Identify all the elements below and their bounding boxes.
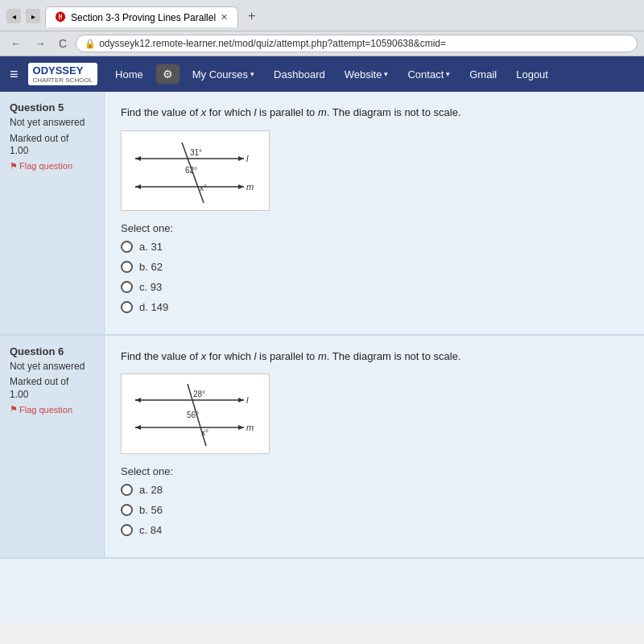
question-5-option-a[interactable]: a. 31	[121, 241, 628, 253]
nav-home[interactable]: Home	[109, 56, 150, 92]
radio-circle	[121, 261, 133, 273]
svg-text:l: l	[246, 154, 249, 163]
tab-icon: 🅜	[56, 11, 66, 23]
svg-marker-1	[238, 156, 244, 161]
nav-website[interactable]: Website ▾	[338, 56, 395, 92]
nav-back-btn[interactable]: ←	[6, 35, 26, 52]
lock-icon: 🔒	[85, 39, 96, 49]
svg-text:x°: x°	[201, 428, 208, 437]
svg-text:x°: x°	[200, 184, 207, 192]
question-6-sidebar: Question 6 Not yet answered Marked out o…	[0, 336, 105, 558]
svg-text:56°: 56°	[187, 411, 199, 419]
logo-text: ODYSSEY	[33, 64, 93, 76]
question-6-option-b[interactable]: b. 56	[121, 504, 628, 516]
nav-forward-btn[interactable]: →	[31, 35, 50, 52]
svg-text:l: l	[246, 395, 249, 405]
svg-text:62°: 62°	[185, 166, 197, 175]
question-6-marked: Marked out of 1.00	[10, 376, 94, 401]
question-5-status: Not yet answered	[10, 117, 94, 130]
contact-chevron: ▾	[446, 70, 450, 78]
flag-icon-6: ⚑	[10, 404, 18, 415]
url-text: odysseyk12.remote-learner.net/mod/quiz/a…	[99, 38, 446, 49]
nav-settings-icon[interactable]: ⚙	[156, 64, 180, 84]
radio-circle	[121, 504, 133, 516]
question-5-block: Question 5 Not yet answered Marked out o…	[0, 92, 644, 336]
radio-circle	[121, 484, 133, 496]
address-bar: ← → C 🔒 odysseyk12.remote-learner.net/mo…	[0, 31, 644, 56]
browser-tab[interactable]: 🅜 Section 3-3 Proving Lines Parallel ✕	[45, 6, 238, 27]
question-5-option-d[interactable]: d. 149	[121, 301, 628, 313]
nav-contact[interactable]: Contact ▾	[401, 56, 456, 92]
tab-title: Section 3-3 Proving Lines Parallel	[71, 12, 216, 23]
question-5-option-b[interactable]: b. 62	[121, 261, 628, 273]
svg-marker-15	[238, 398, 244, 402]
website-chevron: ▾	[384, 70, 388, 78]
nav-logout[interactable]: Logout	[510, 56, 555, 92]
question-6-select-label: Select one:	[121, 465, 628, 477]
question-5-marked: Marked out of 1.00	[10, 133, 94, 158]
radio-label: b. 62	[139, 261, 163, 273]
nav-logo: ODYSSEY CHARTER SCHOOL	[28, 63, 98, 85]
nav-my-courses[interactable]: My Courses ▾	[186, 56, 261, 92]
question-5-select-label: Select one:	[121, 222, 628, 234]
question-5-main: Find the value of x for which l is paral…	[105, 92, 644, 334]
question-6-option-c[interactable]: c. 84	[121, 524, 628, 536]
browser-back-btn[interactable]: ◂	[6, 9, 21, 23]
url-box[interactable]: 🔒 odysseyk12.remote-learner.net/mod/quiz…	[76, 35, 638, 52]
logo-sub: CHARTER SCHOOL	[33, 76, 93, 84]
svg-text:31°: 31°	[190, 148, 202, 157]
svg-marker-26	[135, 425, 141, 430]
svg-text:m: m	[246, 182, 254, 192]
svg-marker-3	[135, 156, 141, 161]
radio-label: c. 93	[139, 281, 162, 293]
question-5-svg: l 31° 62° x° m	[127, 134, 264, 207]
browser-forward-btn[interactable]: ▸	[26, 9, 40, 23]
question-5-flag[interactable]: ⚑ Flag question	[10, 161, 94, 171]
question-5-text: Find the value of x for which l is paral…	[121, 105, 628, 121]
question-6-flag[interactable]: ⚑ Flag question	[10, 404, 94, 415]
question-6-main: Find the value of x for which l is paral…	[105, 336, 644, 558]
question-6-block: Question 6 Not yet answered Marked out o…	[0, 336, 644, 559]
nav-gmail[interactable]: Gmail	[463, 56, 503, 92]
question-6-diagram: l 28° 56° x° m	[121, 374, 270, 454]
nav-refresh-btn[interactable]: C	[55, 35, 71, 52]
radio-circle	[121, 301, 133, 313]
radio-label: a. 28	[139, 484, 163, 496]
question-6-number: Question 6	[10, 345, 94, 357]
svg-marker-10	[238, 184, 244, 189]
svg-marker-17	[135, 398, 141, 402]
radio-label: d. 149	[139, 301, 168, 313]
hamburger-icon[interactable]: ≡	[10, 66, 19, 83]
svg-text:28°: 28°	[193, 390, 205, 398]
radio-label: c. 84	[139, 524, 162, 536]
radio-circle	[121, 281, 133, 293]
content-area: Question 5 Not yet answered Marked out o…	[0, 92, 644, 623]
my-courses-chevron: ▾	[250, 70, 254, 78]
question-6-text: Find the value of x for which l is paral…	[121, 349, 628, 365]
radio-circle	[121, 524, 133, 536]
question-5-diagram: l 31° 62° x° m	[121, 130, 270, 211]
svg-marker-12	[135, 184, 141, 189]
nav-bar: ≡ ODYSSEY CHARTER SCHOOL Home ⚙ My Cours…	[0, 56, 644, 92]
radio-label: b. 56	[139, 504, 163, 516]
flag-icon: ⚑	[10, 161, 18, 171]
tab-close-btn[interactable]: ✕	[221, 12, 228, 23]
question-5-options: a. 31 b. 62 c. 93 d. 149	[121, 241, 628, 313]
browser-chrome: ◂ ▸ 🅜 Section 3-3 Proving Lines Parallel…	[0, 0, 644, 31]
nav-dashboard[interactable]: Dashboard	[267, 56, 332, 92]
radio-circle	[121, 241, 133, 253]
svg-marker-24	[238, 425, 244, 430]
question-6-option-a[interactable]: a. 28	[121, 484, 628, 496]
question-6-options: a. 28 b. 56 c. 84	[121, 484, 628, 536]
question-5-option-c[interactable]: c. 93	[121, 281, 628, 293]
question-6-svg: l 28° 56° x° m	[127, 378, 264, 450]
question-5-number: Question 5	[10, 101, 94, 114]
new-tab-btn[interactable]: +	[240, 5, 263, 27]
question-5-sidebar: Question 5 Not yet answered Marked out o…	[0, 92, 105, 334]
question-6-status: Not yet answered	[10, 361, 94, 374]
svg-text:m: m	[246, 423, 254, 432]
radio-label: a. 31	[139, 241, 163, 253]
